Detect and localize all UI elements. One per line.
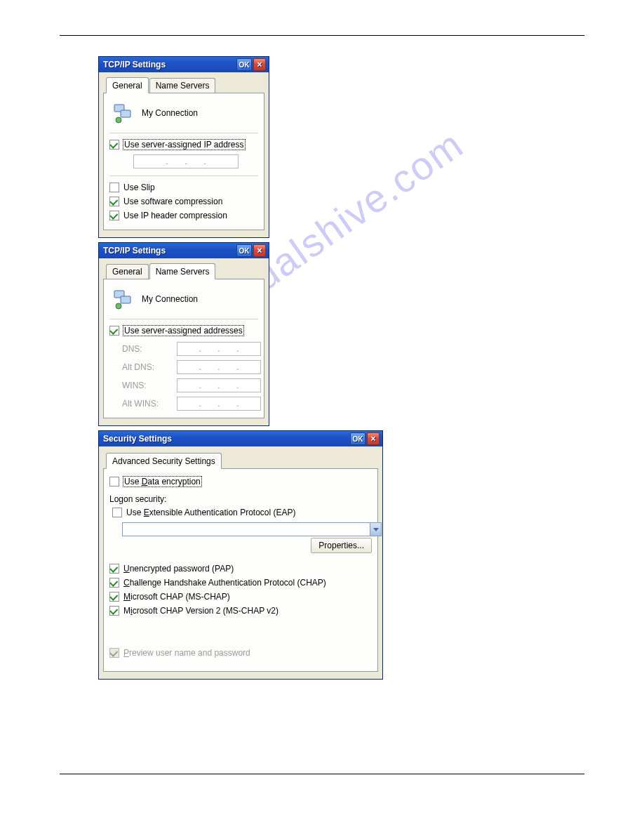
tab-general[interactable]: General xyxy=(106,264,149,279)
use-eap-label: Use Extensible Authentication Protocol (… xyxy=(126,508,295,517)
alt-wins-input[interactable]: ... xyxy=(177,397,261,411)
tab-name-servers[interactable]: Name Servers xyxy=(149,78,216,93)
alt-wins-label: Alt WINS: xyxy=(122,399,173,409)
chap-checkbox[interactable] xyxy=(109,578,119,588)
use-ip-header-compression-checkbox[interactable] xyxy=(109,211,119,220)
tabstrip: Advanced Security Settings xyxy=(103,452,378,469)
logon-security-label: Logon security: xyxy=(109,489,372,505)
dns-label: DNS: xyxy=(122,344,173,354)
tab-content: My Connection Use server-assigned IP add… xyxy=(103,93,264,230)
mschap-checkbox[interactable] xyxy=(109,592,119,602)
use-server-ip-label: Use server-assigned IP address xyxy=(123,140,245,150)
close-button[interactable]: × xyxy=(253,244,266,257)
tcpip-general-dialog: TCP/IP Settings OK × General Name Server… xyxy=(98,56,269,238)
tabstrip: General Name Servers xyxy=(103,77,264,93)
tab-content: My Connection Use server-assigned addres… xyxy=(103,279,264,418)
page-rule-bottom xyxy=(60,774,584,774)
close-button[interactable]: × xyxy=(367,432,380,445)
svg-rect-4 xyxy=(121,296,130,303)
page-rule-top xyxy=(60,35,584,36)
tcpip-nameservers-dialog: TCP/IP Settings OK × General Name Server… xyxy=(98,242,269,426)
connection-name: My Connection xyxy=(142,108,198,118)
pap-checkbox[interactable] xyxy=(109,564,119,574)
ok-button[interactable]: OK xyxy=(236,58,252,71)
tab-general[interactable]: General xyxy=(106,77,149,93)
connection-icon xyxy=(112,288,135,310)
eap-method-dropdown[interactable] xyxy=(122,522,382,536)
dialog-title: Security Settings xyxy=(103,434,172,444)
use-eap-checkbox[interactable] xyxy=(112,508,122,517)
wins-input[interactable]: ... xyxy=(177,378,261,392)
tab-name-servers[interactable]: Name Servers xyxy=(149,263,216,279)
svg-point-2 xyxy=(116,117,121,123)
connection-icon xyxy=(112,102,135,124)
tab-content: Use Data encryption Logon security: Use … xyxy=(103,469,378,672)
titlebar: TCP/IP Settings OK × xyxy=(99,243,269,258)
close-icon: × xyxy=(257,246,262,255)
chap-label: Challenge Handshake Authentication Proto… xyxy=(123,578,326,588)
dns-input[interactable]: ... xyxy=(177,342,261,356)
tab-advanced-security[interactable]: Advanced Security Settings xyxy=(106,453,222,469)
use-data-encryption-label: Use Data encryption xyxy=(123,477,201,486)
tabstrip: General Name Servers xyxy=(103,263,264,279)
preview-credentials-checkbox xyxy=(109,648,119,658)
svg-rect-1 xyxy=(121,110,130,117)
dialog-title: TCP/IP Settings xyxy=(103,60,166,70)
ok-button[interactable]: OK xyxy=(350,432,365,445)
mschap2-label: Microsoft CHAP Version 2 (MS-CHAP v2) xyxy=(123,606,279,616)
use-ip-header-compression-label: Use IP header compression xyxy=(123,211,227,220)
titlebar: TCP/IP Settings OK × xyxy=(99,57,269,72)
use-server-addresses-label: Use server-assigned addresses xyxy=(123,326,243,336)
security-settings-dialog: Security Settings OK × Advanced Security… xyxy=(98,430,383,680)
close-icon: × xyxy=(257,60,262,69)
use-sw-compression-checkbox[interactable] xyxy=(109,197,119,206)
alt-dns-input[interactable]: ... xyxy=(177,360,261,374)
use-sw-compression-label: Use software compression xyxy=(123,197,222,206)
use-slip-checkbox[interactable] xyxy=(109,183,119,192)
svg-point-5 xyxy=(116,303,121,309)
use-data-encryption-checkbox[interactable] xyxy=(109,477,119,486)
alt-dns-label: Alt DNS: xyxy=(122,362,173,372)
mschap2-checkbox[interactable] xyxy=(109,606,119,616)
dialog-title: TCP/IP Settings xyxy=(103,246,166,256)
ok-button[interactable]: OK xyxy=(236,244,252,257)
mschap-label: Microsoft CHAP (MS-CHAP) xyxy=(123,592,230,602)
connection-name: My Connection xyxy=(142,294,198,304)
pap-label: Unencrypted password (PAP) xyxy=(123,564,234,574)
preview-credentials-label: Preview user name and password xyxy=(123,648,250,658)
close-icon: × xyxy=(370,435,375,443)
use-server-ip-checkbox[interactable] xyxy=(109,140,119,150)
titlebar: Security Settings OK × xyxy=(99,431,382,446)
properties-button[interactable]: Properties... xyxy=(311,538,372,553)
wins-label: WINS: xyxy=(122,380,173,390)
use-slip-label: Use Slip xyxy=(123,183,155,192)
chevron-down-icon[interactable] xyxy=(370,523,381,536)
close-button[interactable]: × xyxy=(253,58,266,71)
ip-address-input[interactable]: ... xyxy=(133,154,239,168)
use-server-addresses-checkbox[interactable] xyxy=(109,326,119,336)
